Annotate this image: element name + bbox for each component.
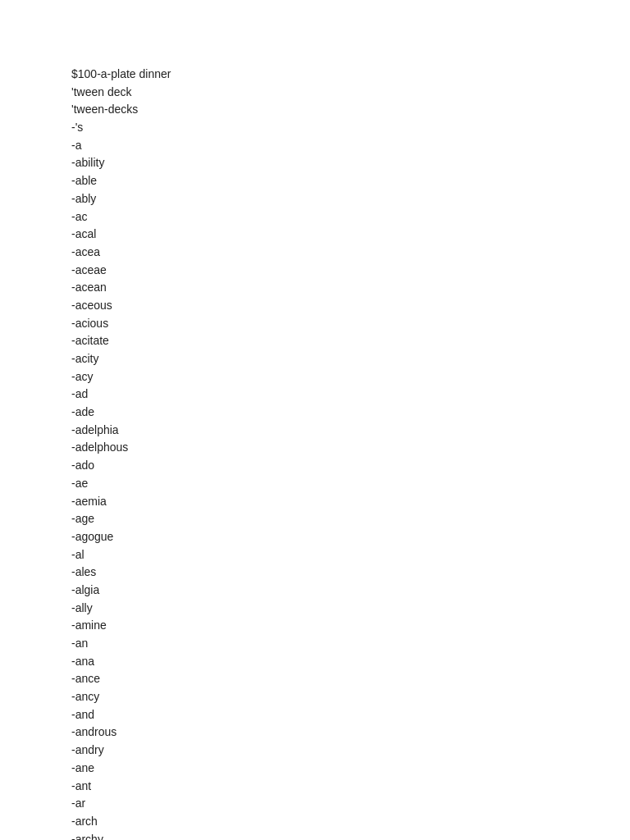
list-item: -ales <box>71 564 630 582</box>
list-item: -acitate <box>71 332 630 350</box>
list-item: -a <box>71 137 630 155</box>
list-item: -algia <box>71 582 630 600</box>
list-item: -ally <box>71 600 630 618</box>
list-item: -arch <box>71 813 630 831</box>
list-item: -acity <box>71 350 630 368</box>
list-item: -androus <box>71 724 630 742</box>
list-item: -acal <box>71 226 630 244</box>
list-item: -ac <box>71 208 630 226</box>
list-item: -ana <box>71 653 630 671</box>
list-item: -age <box>71 510 630 528</box>
list-item: -adelphia <box>71 422 630 440</box>
list-item: -ance <box>71 670 630 688</box>
list-item: -ado <box>71 457 630 475</box>
list-item: -ade <box>71 404 630 422</box>
list-item: -ar <box>71 795 630 813</box>
list-item: -able <box>71 172 630 190</box>
list-item: -acious <box>71 315 630 333</box>
list-item: -amine <box>71 617 630 635</box>
list-item: -archy <box>71 831 630 840</box>
list-item: 'tween deck <box>71 84 630 102</box>
list-item: -ant <box>71 778 630 796</box>
list-item: -agogue <box>71 528 630 546</box>
list-item: -ae <box>71 475 630 493</box>
list-item: -acea <box>71 244 630 262</box>
list-item: -al <box>71 546 630 564</box>
list-item: -and <box>71 706 630 724</box>
list-item: -aemia <box>71 493 630 511</box>
list-item: -ane <box>71 760 630 778</box>
list-item: 'tween-decks <box>71 101 630 119</box>
word-list: $100-a-plate dinner'tween deck'tween-dec… <box>0 0 630 840</box>
list-item: -ad <box>71 386 630 404</box>
list-item: -adelphous <box>71 439 630 457</box>
list-item: $100-a-plate dinner <box>71 66 630 84</box>
list-item: -acean <box>71 279 630 297</box>
list-item: -acy <box>71 368 630 386</box>
list-item: -ability <box>71 154 630 172</box>
list-item: -an <box>71 635 630 653</box>
list-item: -'s <box>71 119 630 137</box>
list-item: -aceous <box>71 297 630 315</box>
list-item: -aceae <box>71 262 630 280</box>
list-item: -ancy <box>71 688 630 706</box>
list-item: -andry <box>71 742 630 760</box>
list-item: -ably <box>71 190 630 208</box>
